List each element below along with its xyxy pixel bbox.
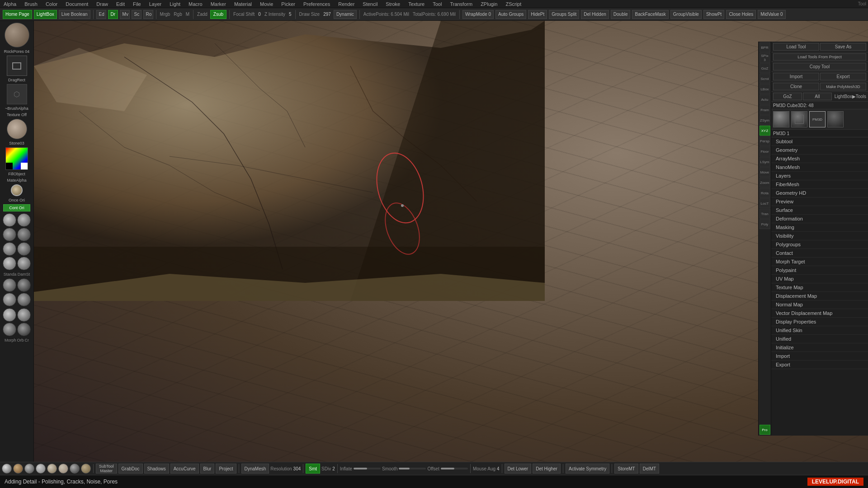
local-button[interactable]: LocT (760, 198, 770, 208)
dynamesh-button[interactable]: DynaMesh (241, 464, 269, 474)
menu-stencil[interactable]: Stencil (361, 1, 379, 7)
store-mt-button[interactable]: StoreMT (614, 464, 638, 474)
brush-preview-large[interactable] (5, 23, 29, 47)
bpr-button[interactable]: BPR (760, 42, 770, 52)
masking-item[interactable]: Masking (771, 223, 868, 232)
matcap-blinn-circle[interactable] (36, 464, 46, 474)
inflate-slider[interactable] (354, 468, 381, 469)
menu-color[interactable]: Color (44, 1, 59, 7)
save-as-button[interactable]: Save As (820, 43, 866, 51)
move-e-brush[interactable] (17, 228, 31, 241)
export-button[interactable]: Export (820, 73, 866, 80)
floor-button[interactable]: Floor (760, 146, 770, 156)
load-tools-from-project-button[interactable]: Load Tools From Project (773, 53, 866, 61)
initialize-item[interactable]: Initialize (771, 343, 868, 352)
hidepc-button[interactable]: HidePt (528, 10, 547, 19)
wrapmode-button[interactable]: WrapMode 0 (462, 10, 494, 19)
inflate-brush[interactable] (3, 278, 16, 292)
draw-button[interactable]: Dr (108, 10, 118, 19)
geometry-item[interactable]: Geometry (771, 146, 868, 155)
rotate-button[interactable]: Ro (143, 10, 153, 19)
live-boolean-tab[interactable]: Live Boolean (59, 10, 90, 19)
import2-item[interactable]: Import (771, 352, 868, 361)
maillf-brush[interactable] (3, 308, 16, 322)
subtool-item[interactable]: Subtool (771, 137, 868, 146)
matcap-stone2-circle[interactable] (58, 464, 68, 474)
showpt-button[interactable]: ShowPt (703, 10, 724, 19)
menu-render[interactable]: Render (336, 1, 356, 7)
normal-map-item[interactable]: Normal Map (771, 300, 868, 309)
fibermesh-item[interactable]: FiberMesh (771, 180, 868, 189)
menu-draw[interactable]: Draw (94, 1, 110, 7)
transp-button[interactable]: Tran (760, 209, 770, 219)
preview-item[interactable]: Preview (771, 197, 868, 206)
menu-marker[interactable]: Marker (209, 1, 228, 7)
contact-item[interactable]: Contact (771, 249, 868, 258)
menu-brush[interactable]: Brush (23, 1, 39, 7)
menu-edit[interactable]: Edit (114, 1, 127, 7)
trimad-brush[interactable] (3, 257, 16, 270)
det-higher-button[interactable]: Det Higher (533, 464, 561, 474)
nudge-brush[interactable] (17, 308, 31, 322)
morph-target-item[interactable]: Morph Target (771, 258, 868, 266)
display-properties-item[interactable]: Display Properties (771, 318, 868, 326)
menu-zplugin[interactable]: ZPlugin (479, 1, 499, 7)
nanomesh-item[interactable]: NanoMesh (771, 163, 868, 172)
clone-button[interactable]: Clone (773, 83, 819, 90)
load-tool-button[interactable]: Load Tool (773, 43, 819, 51)
matcap-basic-circle[interactable] (70, 464, 80, 474)
scale-button[interactable]: Sc (132, 10, 142, 19)
drag-rect-button[interactable]: ⬇ (7, 56, 27, 76)
frame-button[interactable]: Fram (760, 105, 770, 115)
copy-tool-button[interactable]: Copy Tool (773, 63, 866, 70)
activate-symmetry-button[interactable]: Activate Symmetry (566, 464, 609, 474)
xyz-button[interactable]: XYZ (760, 126, 770, 136)
accucurve-button[interactable]: AccuCurve (170, 464, 199, 474)
menu-alpha[interactable]: Alpha (2, 1, 18, 7)
lightbox-tab[interactable]: LightBox (34, 10, 57, 19)
surface-item[interactable]: Surface (771, 206, 868, 215)
lsym-button[interactable]: LSym (760, 157, 770, 167)
color-picker[interactable] (5, 147, 28, 170)
export2-item[interactable]: Export (771, 361, 868, 369)
actual-button[interactable]: Actu (760, 94, 770, 104)
thumb-polymesh[interactable] (791, 111, 807, 127)
home-page-tab[interactable]: Home Page (3, 10, 32, 19)
menu-texture[interactable]: Texture (406, 1, 426, 7)
zsym-button[interactable]: ZSym (760, 115, 770, 125)
trimsm-brush[interactable] (17, 257, 31, 270)
backmask-button[interactable]: BackFaceMask (632, 10, 668, 19)
shadows-button[interactable]: Shadows (144, 464, 169, 474)
goz-strip-button[interactable]: GoZ (760, 63, 770, 73)
auto-groups-button[interactable]: Auto Groups (495, 10, 526, 19)
make-polymesh-button[interactable]: Make PolyMesh3D (820, 83, 866, 90)
zsub-button[interactable]: Zsub (210, 10, 226, 19)
viewport[interactable]: 0.725,-1.955,-1.221 (34, 21, 868, 462)
menu-file[interactable]: File (131, 1, 143, 7)
visibility-item[interactable]: Visibility (771, 232, 868, 240)
scroll-button[interactable]: Scrol (760, 74, 770, 84)
mid-value-button[interactable]: MidValue 0 (758, 10, 785, 19)
menu-zscript[interactable]: ZScript (504, 1, 523, 7)
damst-brush[interactable] (17, 213, 31, 227)
spolish-brush[interactable] (3, 293, 16, 306)
stone-preview[interactable] (7, 119, 27, 139)
pro-button[interactable]: Pro (760, 425, 770, 435)
smt-button[interactable]: Smt (306, 464, 320, 474)
arraymesh-item[interactable]: ArrayMesh (771, 155, 868, 163)
persp-button[interactable]: Persp (760, 136, 770, 146)
group-visible-button[interactable]: GroupVisible (670, 10, 702, 19)
subtool-master-button[interactable]: SubTool Master (96, 464, 117, 474)
polygroups-item[interactable]: Polygroups (771, 240, 868, 249)
shaker-brush[interactable] (17, 293, 31, 306)
double-button[interactable]: Double (611, 10, 631, 19)
menu-movie[interactable]: Movie (258, 1, 275, 7)
standard-brush[interactable] (3, 213, 16, 227)
project-button[interactable]: Project (216, 464, 236, 474)
menu-preferences[interactable]: Preferences (302, 1, 332, 7)
goz-all-button[interactable]: All (803, 93, 832, 100)
brush-alpha-preview[interactable]: ⬡ (7, 84, 27, 104)
menu-layer[interactable]: Layer (147, 1, 164, 7)
texture-map-item[interactable]: Texture Map (771, 283, 868, 292)
del-hidden-button[interactable]: Del Hidden (581, 10, 609, 19)
